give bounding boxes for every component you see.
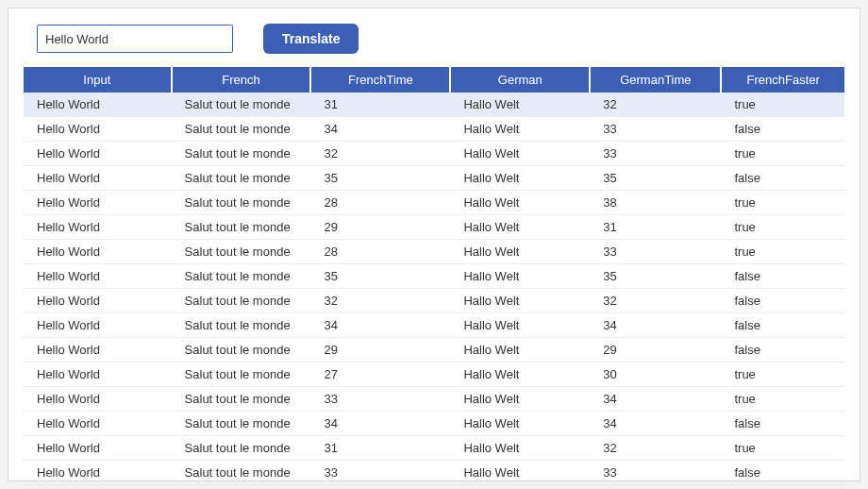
cell-input: Hello World (24, 412, 172, 436)
cell-frenchtime: 35 (310, 264, 450, 289)
cell-germantime: 32 (590, 436, 721, 461)
cell-germantime: 34 (590, 412, 721, 436)
cell-frenchtime: 35 (310, 166, 450, 191)
table-row[interactable]: Hello WorldSalut tout le monde35Hallo We… (24, 166, 844, 191)
cell-input: Hello World (24, 363, 172, 387)
cell-germantime: 30 (590, 363, 721, 387)
cell-frenchtime: 27 (310, 363, 450, 387)
table-row[interactable]: Hello WorldSalut tout le monde28Hallo We… (24, 191, 844, 215)
cell-german: Hallo Welt (450, 289, 590, 313)
cell-german: Hallo Welt (450, 191, 590, 215)
cell-frenchfaster: false (721, 461, 844, 485)
table-row[interactable]: Hello WorldSalut tout le monde27Hallo We… (24, 363, 844, 387)
cell-frenchfaster: true (721, 191, 844, 215)
table-row[interactable]: Hello WorldSalut tout le monde32Hallo We… (24, 289, 844, 313)
cell-frenchtime: 34 (310, 313, 450, 338)
cell-frenchfaster: false (721, 313, 844, 338)
cell-frenchtime: 34 (310, 412, 450, 436)
cell-frenchtime: 28 (310, 191, 450, 215)
cell-input: Hello World (24, 436, 172, 461)
table-row[interactable]: Hello WorldSalut tout le monde34Hallo We… (24, 412, 844, 436)
cell-germantime: 34 (590, 387, 721, 412)
cell-french: Salut tout le monde (172, 117, 311, 142)
table-row[interactable]: Hello WorldSalut tout le monde31Hallo We… (24, 93, 844, 117)
cell-input: Hello World (24, 142, 172, 166)
header-input[interactable]: Input (24, 67, 172, 93)
cell-germantime: 35 (590, 166, 721, 191)
cell-input: Hello World (24, 191, 172, 215)
cell-frenchtime: 29 (310, 215, 450, 240)
cell-german: Hallo Welt (450, 436, 590, 461)
cell-frenchfaster: false (721, 338, 844, 363)
cell-frenchfaster: false (721, 289, 844, 313)
cell-german: Hallo Welt (450, 166, 590, 191)
cell-french: Salut tout le monde (172, 240, 311, 264)
cell-frenchfaster: false (721, 166, 844, 191)
cell-input: Hello World (24, 166, 172, 191)
table-row[interactable]: Hello WorldSalut tout le monde35Hallo We… (24, 264, 844, 289)
cell-french: Salut tout le monde (172, 412, 311, 436)
table-row[interactable]: Hello WorldSalut tout le monde28Hallo We… (24, 240, 844, 264)
cell-french: Salut tout le monde (172, 436, 311, 461)
table-body: Hello WorldSalut tout le monde31Hallo We… (24, 93, 844, 485)
table-row[interactable]: Hello WorldSalut tout le monde29Hallo We… (24, 215, 844, 240)
cell-germantime: 29 (590, 338, 721, 363)
header-germantime[interactable]: GermanTime (590, 67, 721, 93)
cell-frenchtime: 32 (310, 289, 450, 313)
cell-germantime: 33 (590, 142, 721, 166)
cell-german: Hallo Welt (450, 264, 590, 289)
table-row[interactable]: Hello WorldSalut tout le monde33Hallo We… (24, 387, 844, 412)
cell-german: Hallo Welt (450, 338, 590, 363)
cell-input: Hello World (24, 93, 172, 117)
cell-frenchfaster: true (721, 436, 844, 461)
cell-input: Hello World (24, 387, 172, 412)
header-frenchtime[interactable]: FrenchTime (310, 67, 450, 93)
cell-frenchfaster: false (721, 264, 844, 289)
header-french[interactable]: French (172, 67, 311, 93)
table-row[interactable]: Hello WorldSalut tout le monde34Hallo We… (24, 313, 844, 338)
cell-germantime: 33 (590, 117, 721, 142)
cell-german: Hallo Welt (450, 240, 590, 264)
header-frenchfaster[interactable]: FrenchFaster (721, 67, 844, 93)
results-table: Input French FrenchTime German GermanTim… (24, 67, 844, 485)
cell-french: Salut tout le monde (172, 166, 311, 191)
cell-frenchfaster: false (721, 117, 844, 142)
cell-german: Hallo Welt (450, 363, 590, 387)
cell-french: Salut tout le monde (172, 215, 311, 240)
cell-french: Salut tout le monde (172, 289, 311, 313)
table-row[interactable]: Hello WorldSalut tout le monde29Hallo We… (24, 338, 844, 363)
cell-french: Salut tout le monde (172, 313, 311, 338)
table-row[interactable]: Hello WorldSalut tout le monde32Hallo We… (24, 142, 844, 166)
cell-frenchfaster: true (721, 363, 844, 387)
cell-french: Salut tout le monde (172, 461, 311, 485)
cell-input: Hello World (24, 264, 172, 289)
cell-frenchfaster: false (721, 412, 844, 436)
top-bar: Translate (24, 24, 844, 54)
table-row[interactable]: Hello WorldSalut tout le monde31Hallo We… (24, 436, 844, 461)
app-container: Translate Input French FrenchTime German… (8, 8, 860, 481)
cell-german: Hallo Welt (450, 215, 590, 240)
cell-frenchtime: 32 (310, 142, 450, 166)
cell-input: Hello World (24, 461, 172, 485)
translate-button[interactable]: Translate (263, 24, 359, 54)
table-header-row: Input French FrenchTime German GermanTim… (24, 67, 844, 93)
cell-frenchtime: 31 (310, 436, 450, 461)
table-row[interactable]: Hello WorldSalut tout le monde33Hallo We… (24, 461, 844, 485)
cell-frenchtime: 28 (310, 240, 450, 264)
cell-input: Hello World (24, 117, 172, 142)
cell-input: Hello World (24, 240, 172, 264)
cell-german: Hallo Welt (450, 93, 590, 117)
cell-frenchtime: 29 (310, 338, 450, 363)
cell-german: Hallo Welt (450, 461, 590, 485)
cell-french: Salut tout le monde (172, 264, 311, 289)
table-row[interactable]: Hello WorldSalut tout le monde34Hallo We… (24, 117, 844, 142)
input-text-field[interactable] (37, 25, 233, 53)
cell-germantime: 33 (590, 461, 721, 485)
header-german[interactable]: German (450, 67, 590, 93)
cell-germantime: 32 (590, 289, 721, 313)
cell-german: Hallo Welt (450, 142, 590, 166)
cell-frenchtime: 33 (310, 387, 450, 412)
cell-frenchfaster: true (721, 215, 844, 240)
cell-french: Salut tout le monde (172, 191, 311, 215)
cell-frenchtime: 33 (310, 461, 450, 485)
